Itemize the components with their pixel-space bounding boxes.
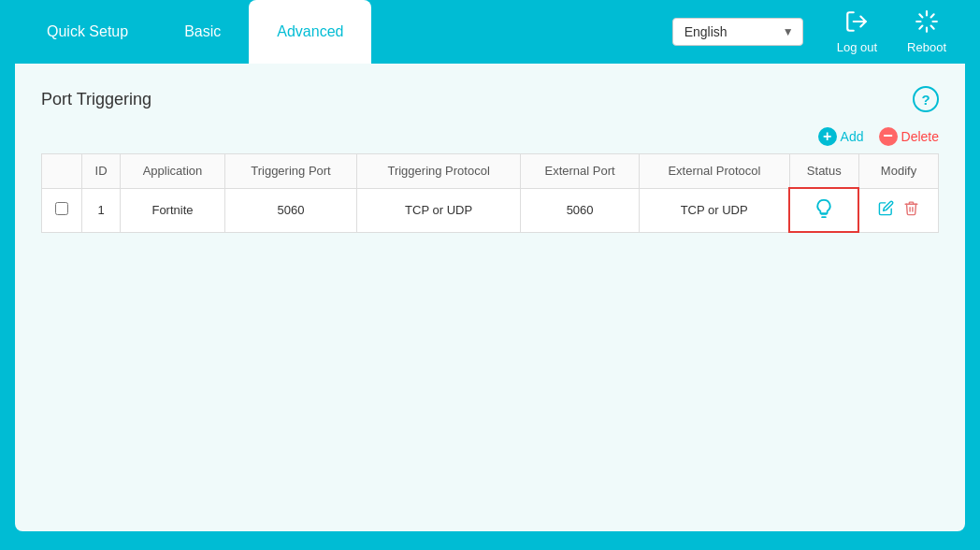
reboot-button[interactable]: Reboot (892, 9, 961, 54)
col-modify: Modify (858, 154, 938, 189)
col-id: ID (81, 154, 120, 189)
delete-icon: − (879, 127, 898, 146)
nav-basic[interactable]: Basic (156, 0, 249, 64)
port-triggering-table: ID Application Triggering Port Triggerin… (41, 153, 939, 233)
row-triggering-protocol: TCP or UDP (357, 188, 521, 232)
delete-button[interactable]: − Delete (879, 127, 939, 146)
reboot-icon (915, 9, 939, 37)
page-title-row: Port Triggering ? (41, 86, 939, 112)
row-id: 1 (81, 188, 120, 232)
help-icon-button[interactable]: ? (913, 86, 939, 112)
row-external-port: 5060 (520, 188, 639, 232)
page-title: Port Triggering (41, 90, 151, 109)
row-external-protocol: TCP or UDP (640, 188, 789, 232)
status-bulb-icon (814, 202, 834, 223)
add-icon: + (818, 127, 837, 146)
reboot-label: Reboot (907, 40, 946, 54)
col-external-port: External Port (520, 154, 639, 189)
language-selector-wrapper: English 中文 Español ▼ (672, 18, 803, 46)
col-status: Status (789, 154, 858, 189)
col-triggering-protocol: Triggering Protocol (357, 154, 521, 189)
language-select[interactable]: English 中文 Español (672, 18, 803, 46)
row-triggering-port: 5060 (224, 188, 357, 232)
row-status-cell[interactable] (789, 188, 858, 232)
row-checkbox-cell (42, 188, 82, 232)
logout-icon (844, 9, 869, 37)
table-header-row: ID Application Triggering Port Triggerin… (42, 154, 939, 189)
row-application: Fortnite (121, 188, 224, 232)
nav-quick-setup[interactable]: Quick Setup (19, 0, 156, 64)
delete-label: Delete (901, 129, 939, 144)
col-application: Application (121, 154, 224, 189)
add-button[interactable]: + Add (818, 127, 864, 146)
col-checkbox (42, 154, 82, 189)
col-triggering-port: Triggering Port (224, 154, 357, 189)
table-row: 1 Fortnite 5060 TCP or UDP 5060 TCP or U… (42, 188, 939, 232)
logout-label: Log out (837, 40, 877, 54)
row-checkbox[interactable] (55, 202, 68, 215)
add-label: Add (841, 129, 864, 144)
logout-button[interactable]: Log out (822, 9, 892, 54)
nav-advanced[interactable]: Advanced (249, 0, 371, 64)
top-navigation: Quick Setup Basic Advanced English 中文 Es… (0, 0, 980, 64)
table-toolbar: + Add − Delete (41, 127, 939, 146)
main-content: Port Triggering ? + Add − Delete ID Appl… (15, 64, 965, 531)
modify-icons-group (867, 200, 930, 221)
edit-icon[interactable] (878, 200, 894, 221)
row-modify-cell (858, 188, 938, 232)
col-external-protocol: External Protocol (640, 154, 789, 189)
row-delete-icon[interactable] (903, 200, 919, 221)
